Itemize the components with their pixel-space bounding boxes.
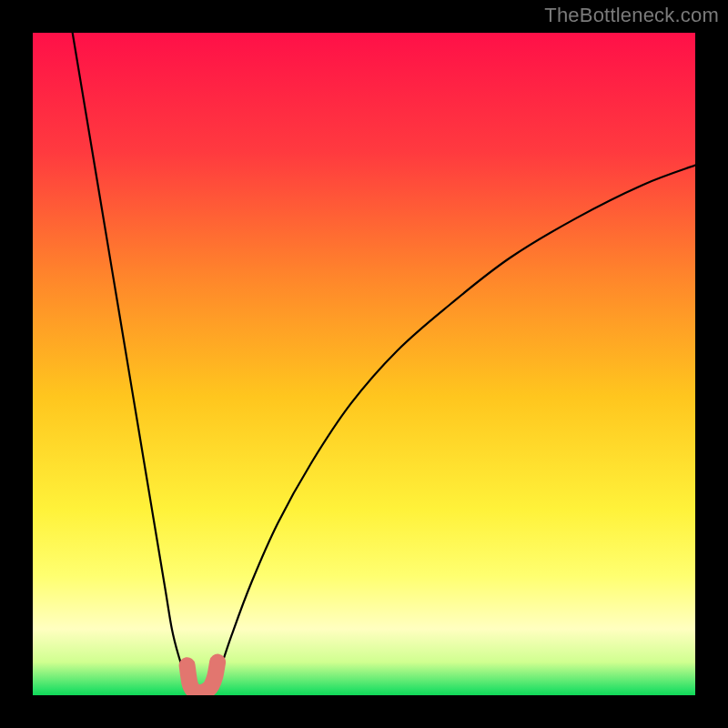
chart-frame: TheBottleneck.com	[0, 0, 728, 728]
plot-area	[33, 33, 695, 695]
bottleneck-chart	[33, 33, 695, 695]
watermark-text: TheBottleneck.com	[544, 4, 719, 27]
gradient-background	[33, 33, 695, 695]
